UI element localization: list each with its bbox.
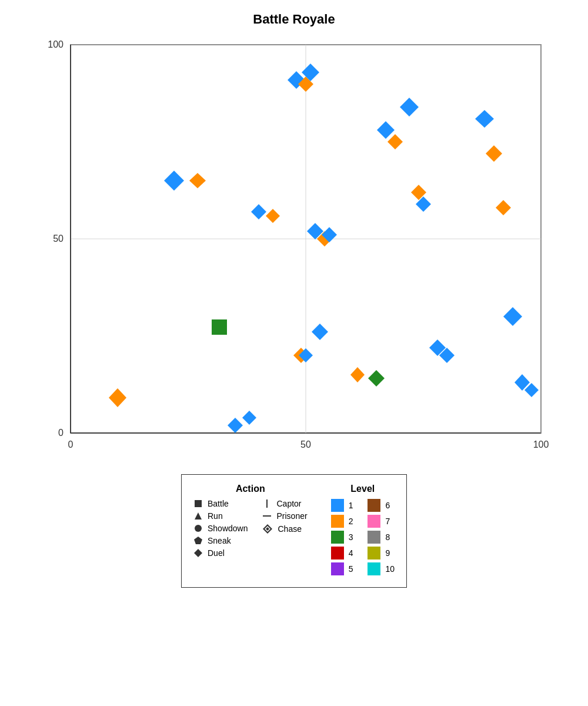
svg-text:50: 50	[300, 439, 311, 449]
legend-item-level-5: 5	[331, 562, 353, 575]
chart-title: Battle Royale	[253, 12, 335, 27]
data-point-square	[212, 319, 227, 335]
legend-item-level-10: 10	[368, 562, 395, 575]
prisoner-icon	[262, 511, 272, 521]
legend-item-chase: Chase	[262, 524, 307, 534]
legend-item-level-3: 3	[331, 531, 353, 544]
showdown-icon	[193, 524, 203, 533]
legend-item-level-4: 4	[331, 547, 353, 560]
legend-level-title: Level	[331, 484, 395, 494]
level-4-color	[331, 547, 344, 560]
legend-action-col1: Battle Run Showdown Sneak	[193, 499, 248, 561]
legend-item-level-9: 9	[368, 547, 395, 560]
legend-level-section: Level 1 2 3	[331, 484, 395, 578]
duel-icon	[193, 548, 203, 558]
level-1-color	[331, 499, 344, 512]
plot-area: 100 50 0 0 50 100	[35, 33, 553, 462]
svg-point-15	[195, 525, 202, 532]
svg-rect-13	[195, 500, 202, 507]
legend-item-level-6: 6	[368, 499, 395, 512]
svg-text:0: 0	[58, 428, 64, 438]
legend-action-section: Action Battle Run Showdown	[193, 484, 308, 578]
svg-text:100: 100	[48, 39, 64, 49]
chase-icon	[262, 524, 273, 534]
svg-marker-14	[195, 512, 202, 519]
svg-text:50: 50	[53, 234, 64, 244]
legend-item-prisoner: Prisoner	[262, 511, 307, 521]
legend-item-level-1: 1	[331, 499, 353, 512]
level-5-color	[331, 562, 344, 575]
svg-marker-16	[194, 537, 202, 544]
level-9-color	[368, 547, 380, 560]
legend-item-level-8: 8	[368, 531, 395, 544]
level-2-color	[331, 515, 344, 528]
legend-item-showdown: Showdown	[193, 524, 248, 533]
captor-icon	[262, 499, 272, 508]
svg-rect-18	[266, 499, 268, 508]
legend-item-captor: Captor	[262, 499, 307, 508]
legend-item-duel: Duel	[193, 548, 248, 558]
legend-action-title: Action	[193, 484, 308, 494]
battle-icon	[193, 499, 203, 508]
legend-item-level-7: 7	[368, 515, 395, 528]
sneak-icon	[193, 536, 203, 545]
legend-level-col1: 1 2 3 4 5	[331, 499, 353, 578]
svg-marker-17	[194, 549, 202, 557]
legend-item-battle: Battle	[193, 499, 248, 508]
plot-svg: 100 50 0 0 50 100	[35, 33, 553, 462]
legend-item-level-2: 2	[331, 515, 353, 528]
legend-item-run: Run	[193, 511, 248, 521]
legend-level-col2: 6 7 8 9 10	[368, 499, 395, 578]
legend-level-columns: 1 2 3 4 5	[331, 499, 395, 578]
legend-box: Action Battle Run Showdown	[181, 474, 407, 588]
run-icon	[193, 511, 203, 521]
level-7-color	[368, 515, 380, 528]
level-8-color	[368, 531, 380, 544]
svg-text:0: 0	[68, 439, 74, 449]
svg-rect-19	[263, 515, 271, 517]
level-10-color	[368, 562, 380, 575]
legend-item-sneak: Sneak	[193, 536, 248, 545]
chart-container: Battle Royale 100 50 0	[0, 0, 588, 706]
level-3-color	[331, 531, 344, 544]
legend-action-columns: Battle Run Showdown Sneak	[193, 499, 308, 561]
svg-text:100: 100	[533, 439, 549, 449]
level-6-color	[368, 499, 380, 512]
legend-action-col2: Captor Prisoner Chase	[262, 499, 307, 561]
